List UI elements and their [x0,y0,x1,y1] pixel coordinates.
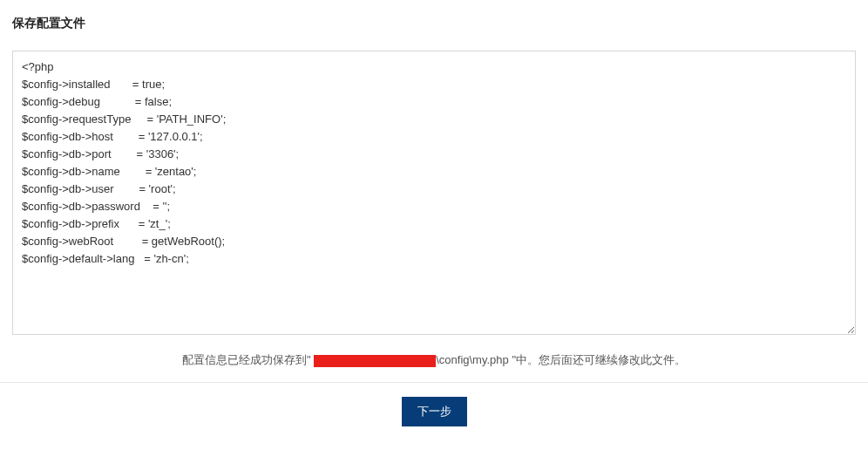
status-message: 配置信息已经成功保存到" \config\my.php "中。您后面还可继续修改… [12,338,856,373]
page-title: 保存配置文件 [0,0,868,42]
redacted-path [314,355,436,367]
button-row: 下一步 [0,383,868,426]
config-textarea[interactable] [12,51,856,335]
content-container: 配置信息已经成功保存到" \config\my.php "中。您后面还可继续修改… [12,51,856,373]
status-path-tail: \config\my.php "中。您后面还可继续修改此文件。 [436,353,686,366]
status-prefix: 配置信息已经成功保存到" [182,353,314,366]
next-button[interactable]: 下一步 [402,397,467,426]
